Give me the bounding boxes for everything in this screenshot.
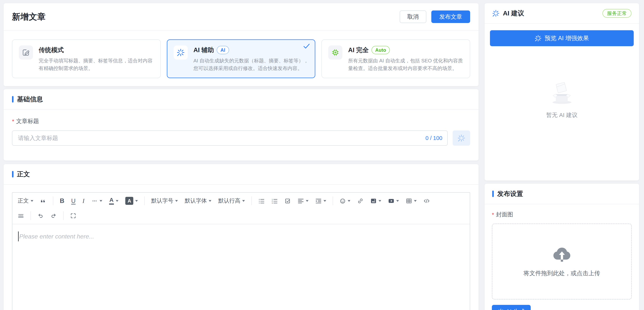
line-height-select[interactable]: 默认行高 <box>215 195 248 206</box>
preview-ai-enhance-button[interactable]: 预览 AI 增强效果 <box>490 30 634 46</box>
link-icon <box>357 198 364 204</box>
caret-down-icon <box>209 200 211 202</box>
ai-spark-icon <box>535 35 542 42</box>
bold-button[interactable]: B <box>57 195 67 206</box>
ai-enhance-title-button[interactable] <box>453 131 470 146</box>
cancel-button[interactable]: 取消 <box>400 10 426 23</box>
caret-down-icon <box>135 200 138 202</box>
paragraph-style-select[interactable]: 正文 <box>15 195 36 206</box>
toolbar-separator <box>144 196 145 205</box>
toolbar-separator <box>53 196 53 205</box>
article-title-field: 0 / 100 <box>12 131 448 146</box>
cpu-chip-icon <box>328 45 342 59</box>
mode-selector: 传统模式 完全手动填写标题、摘要、标签等信息，适合对内容有精确控制需求的场景。 <box>4 31 478 86</box>
page-title: 新增文章 <box>12 11 46 22</box>
ordered-list-button[interactable]: 1 2 3 <box>268 196 280 206</box>
caret-down-icon <box>324 200 326 202</box>
header-actions: 取消 发布文章 <box>400 10 470 23</box>
upload-hint: 将文件拖到此处，或点击上传 <box>524 269 600 277</box>
mode-title: AI 完全 <box>348 46 369 54</box>
video-icon <box>388 198 394 204</box>
toolbar-separator <box>333 196 333 205</box>
ai-spark-icon <box>492 10 500 17</box>
fullscreen-button[interactable] <box>67 211 79 221</box>
ai-badge: AI <box>217 46 229 54</box>
editor-content[interactable]: Please enter content here... <box>12 224 470 310</box>
service-status-badge: 服务正常 <box>602 9 632 18</box>
editor-placeholder: Please enter content here... <box>19 233 94 240</box>
bg-color-button[interactable]: A <box>122 195 141 207</box>
content-card: 正文 正文 <box>4 164 478 310</box>
video-button[interactable] <box>385 196 402 206</box>
text-cursor <box>18 231 19 241</box>
caret-down-icon <box>242 200 245 202</box>
code-icon <box>424 198 430 204</box>
mode-description: 完全手动填写标题、摘要、标签等信息，适合对内容有精确控制需求的场景。 <box>39 57 154 72</box>
content-section-title: 正文 <box>17 170 30 178</box>
align-button[interactable] <box>295 196 311 206</box>
italic-button[interactable]: I <box>80 195 88 206</box>
bullet-list-button[interactable] <box>255 196 267 206</box>
font-color-button[interactable]: A <box>106 195 122 206</box>
mode-card-ai-assist[interactable]: AI 辅助 AI AI 自动生成缺失的元数据（标题、摘要、标签等），您可以选择采… <box>167 39 316 78</box>
page-header-row: 新增文章 取消 发布文章 <box>4 3 478 31</box>
indent-icon <box>315 198 322 204</box>
mode-card-traditional[interactable]: 传统模式 完全手动填写标题、摘要、标签等信息，适合对内容有精确控制需求的场景。 <box>12 39 161 78</box>
font-family-select[interactable]: 默认字体 <box>182 195 214 206</box>
basic-info-section-title: 基础信息 <box>17 95 43 104</box>
mode-title: AI 辅助 <box>194 46 214 54</box>
toolbar-separator <box>30 211 31 220</box>
char-counter: 0 / 100 <box>426 135 442 141</box>
ai-spark-icon <box>498 309 504 310</box>
ai-generate-cover-button[interactable]: AI 生成 <box>492 305 531 310</box>
more-formats-icon <box>92 198 98 204</box>
publish-button[interactable]: 发布文章 <box>431 10 470 23</box>
main-column: 新增文章 取消 发布文章 <box>4 3 478 310</box>
basic-info-card: 基础信息 * 文章标题 0 / 100 <box>4 89 478 160</box>
undo-button[interactable] <box>34 211 46 221</box>
code-button[interactable] <box>421 196 433 206</box>
cover-upload-dropzone[interactable]: 将文件拖到此处，或点击上传 <box>492 223 632 300</box>
caret-down-icon <box>31 200 33 202</box>
caret-down-icon <box>414 200 417 202</box>
cover-image-label: * 封面图 <box>492 211 632 218</box>
emoji-button[interactable] <box>337 196 353 206</box>
section-accent-bar <box>12 171 14 177</box>
ai-spark-icon <box>174 45 188 59</box>
article-title-label: * 文章标题 <box>12 117 470 125</box>
image-button[interactable] <box>368 196 384 206</box>
cancel-button-label: 取消 <box>407 13 419 21</box>
mode-description: AI 自动生成缺失的元数据（标题、摘要、标签等），您可以选择采用或自行修改。适合… <box>194 57 309 72</box>
section-accent-bar <box>12 96 14 103</box>
quote-icon <box>40 198 46 204</box>
divider-button[interactable] <box>15 211 27 221</box>
toolbar-separator <box>251 196 252 205</box>
table-button[interactable] <box>403 196 420 206</box>
caret-down-icon <box>348 200 350 202</box>
ai-empty-state: 暂无 AI 建议 <box>490 78 634 119</box>
empty-box-illustration <box>546 78 578 105</box>
indent-button[interactable] <box>312 196 329 206</box>
todo-list-button[interactable] <box>282 196 294 206</box>
link-button[interactable] <box>354 196 366 206</box>
redo-button[interactable] <box>48 211 60 221</box>
edit-pen-icon <box>19 45 33 59</box>
editor-toolbar: 正文 B <box>12 193 470 224</box>
redo-icon <box>50 213 57 219</box>
ai-spark-icon <box>458 134 465 142</box>
mode-card-ai-full[interactable]: AI 完全 Auto 所有元数据由 AI 自动生成，包括 SEO 优化和内容质量… <box>322 39 470 78</box>
section-accent-bar <box>492 190 494 197</box>
mode-description: 所有元数据由 AI 自动生成，包括 SEO 优化和内容质量检查。适合批量发布或对… <box>348 57 463 72</box>
emoji-icon <box>340 198 346 204</box>
underline-button[interactable]: U <box>68 195 78 206</box>
publish-settings-card: 发布设置 * 封面图 将文件拖到此处，或点击上传 AI 生成 <box>484 184 639 310</box>
font-size-select[interactable]: 默认字号 <box>148 195 181 206</box>
caret-down-icon <box>306 200 308 202</box>
side-column: AI 建议 服务正常 预览 AI 增强效果 <box>484 3 639 310</box>
caret-down-icon <box>116 200 118 202</box>
required-marker: * <box>492 211 494 218</box>
quote-button[interactable] <box>37 196 49 206</box>
more-formats-button[interactable] <box>88 196 105 206</box>
article-title-input[interactable] <box>12 131 448 146</box>
toolbar-separator <box>63 211 64 220</box>
